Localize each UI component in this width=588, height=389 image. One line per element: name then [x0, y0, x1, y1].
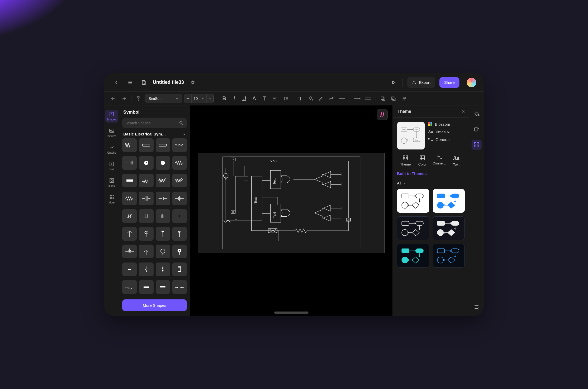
undo-button[interactable]: [109, 94, 117, 103]
underline-button[interactable]: U: [240, 95, 248, 101]
tab-text[interactable]: AaText: [448, 155, 465, 167]
symbol-item[interactable]: [139, 262, 153, 276]
symbol-search-input[interactable]: [125, 121, 176, 125]
tab-connector[interactable]: Conne…: [431, 155, 448, 167]
theme-filter[interactable]: All: [397, 181, 465, 185]
close-icon[interactable]: [461, 109, 465, 114]
rail-graphs[interactable]: Graphs: [105, 143, 118, 156]
bring-front-button[interactable]: [379, 94, 387, 103]
symbol-item[interactable]: [122, 245, 137, 258]
symbol-item[interactable]: [156, 280, 170, 294]
font-size-increase[interactable]: +: [206, 94, 214, 103]
back-button[interactable]: [112, 78, 121, 87]
arrow-start-button[interactable]: [353, 94, 361, 103]
font-size-decrease[interactable]: −: [184, 94, 192, 103]
symbol-item[interactable]: [139, 245, 153, 258]
text-tool-button[interactable]: T: [296, 95, 304, 102]
paint-bucket-button[interactable]: [472, 109, 482, 119]
symbol-item[interactable]: [172, 209, 187, 223]
horizontal-scrollbar[interactable]: [274, 312, 308, 314]
user-avatar[interactable]: [467, 78, 476, 87]
symbol-item[interactable]: [172, 227, 187, 241]
symbol-item[interactable]: [172, 245, 187, 258]
symbol-item[interactable]: [139, 227, 153, 241]
symbol-item[interactable]: [172, 174, 187, 187]
export-button[interactable]: Export: [407, 77, 435, 88]
text-height-button[interactable]: [260, 94, 269, 103]
theme-option[interactable]: [397, 189, 429, 213]
symbol-item[interactable]: [172, 280, 187, 294]
arrow-end-button[interactable]: [364, 94, 372, 103]
theme-option[interactable]: [433, 189, 465, 213]
theme-thumbnail[interactable]: text text text: [397, 122, 425, 150]
symbol-item[interactable]: [172, 138, 187, 152]
format-painter-button[interactable]: [135, 94, 143, 103]
theme-option[interactable]: [397, 244, 429, 268]
settings-list-button[interactable]: [472, 302, 482, 312]
symbol-item[interactable]: [122, 192, 137, 205]
symbol-item[interactable]: [156, 174, 170, 187]
menu-button[interactable]: [125, 78, 135, 87]
symbol-item[interactable]: [122, 138, 137, 152]
tab-color[interactable]: Color: [414, 155, 431, 167]
rail-pictures[interactable]: Pictures: [105, 126, 118, 139]
save-icon[interactable]: [139, 78, 149, 87]
font-family-select[interactable]: SimSun: [145, 94, 182, 103]
line-spacing-button[interactable]: [281, 94, 290, 103]
align-button[interactable]: [271, 94, 279, 103]
symbol-item[interactable]: [156, 156, 170, 170]
fill-button[interactable]: [306, 94, 315, 103]
symbol-item[interactable]: [172, 156, 187, 170]
symbol-item[interactable]: [172, 262, 187, 276]
symbol-item[interactable]: [122, 156, 137, 170]
symbol-item[interactable]: [122, 227, 137, 241]
symbol-group-header[interactable]: Basic Electrical Sym…: [119, 128, 190, 138]
builtin-themes-link[interactable]: Built-in Themes: [397, 171, 427, 177]
theme-option[interactable]: [397, 216, 429, 240]
share-button[interactable]: Share: [439, 77, 459, 88]
font-color-button[interactable]: A: [250, 95, 258, 101]
rail-text[interactable]: Text: [105, 159, 118, 172]
canvas-area[interactable]: JB JB JB Text Text Tex: [190, 105, 393, 316]
more-shapes-button[interactable]: More Shapes: [122, 299, 187, 311]
rail-symbols[interactable]: Symbols: [105, 110, 118, 123]
symbol-item[interactable]: [156, 245, 170, 258]
symbol-item[interactable]: [122, 174, 137, 187]
symbol-item[interactable]: [122, 262, 137, 276]
redo-button[interactable]: [120, 94, 128, 103]
tab-theme[interactable]: Theme: [397, 155, 414, 167]
symbol-search[interactable]: [122, 118, 187, 128]
font-size-value[interactable]: 10: [192, 94, 206, 103]
align-objects-button[interactable]: [400, 94, 408, 103]
diagram-canvas[interactable]: JB JB JB Text Text Tex: [198, 153, 385, 253]
line-style-button[interactable]: [338, 94, 346, 103]
symbol-item[interactable]: [122, 209, 137, 223]
bold-button[interactable]: B: [220, 95, 228, 101]
symbol-item[interactable]: [172, 192, 187, 205]
theme-toggle-button[interactable]: [472, 140, 482, 150]
play-button[interactable]: [389, 78, 398, 87]
highlight-button[interactable]: [317, 94, 325, 103]
symbol-item[interactable]: [139, 280, 153, 294]
file-title[interactable]: Untitled file33: [153, 80, 184, 85]
symbol-item[interactable]: [139, 209, 153, 223]
theme-option[interactable]: [433, 216, 465, 240]
insert-button[interactable]: [472, 124, 482, 134]
symbol-item[interactable]: [156, 138, 170, 152]
send-back-button[interactable]: [389, 94, 398, 103]
connector-style-button[interactable]: [327, 94, 336, 103]
rail-more[interactable]: More: [105, 193, 118, 206]
italic-button[interactable]: I: [230, 95, 238, 101]
symbol-item[interactable]: [139, 174, 153, 187]
symbol-item[interactable]: [122, 280, 137, 294]
rail-icons[interactable]: Icons: [105, 176, 118, 189]
font-size-stepper[interactable]: − 10 +: [184, 94, 214, 103]
symbol-item[interactable]: [156, 192, 170, 205]
symbol-item[interactable]: [156, 262, 170, 276]
symbol-item[interactable]: [139, 138, 153, 152]
symbol-item[interactable]: [156, 227, 170, 241]
ai-assistant-button[interactable]: [377, 109, 388, 120]
symbol-item[interactable]: [156, 209, 170, 223]
symbol-item[interactable]: [139, 192, 153, 205]
theme-option[interactable]: [433, 244, 465, 268]
